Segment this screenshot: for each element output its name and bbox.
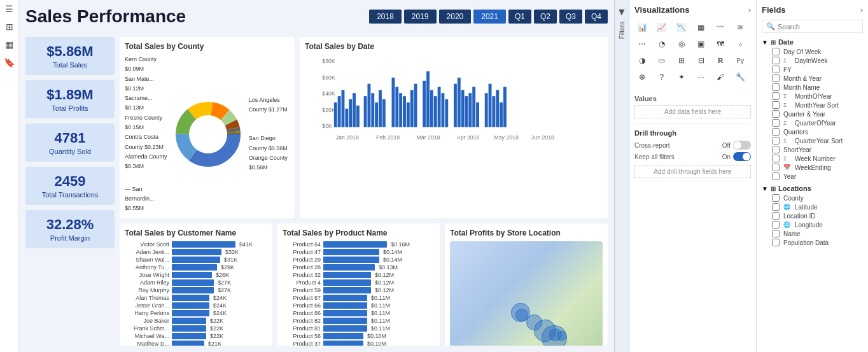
ribbon-icon[interactable]: 〰 [713,20,728,35]
donut-svg[interactable] [170,96,246,172]
weekending-checkbox[interactable] [772,164,780,171]
customer-value-label: $27K [218,287,231,293]
svg-text:Jun 2018: Jun 2018 [531,134,554,141]
menu-icon[interactable]: ☰ [3,3,16,15]
product-value-label: $0.11M [371,295,390,301]
year-2020-button[interactable]: 2020 [439,10,472,24]
stacked-bar-icon[interactable]: ▦ [694,20,709,35]
product-bar-fill [323,333,363,339]
fields-panel-arrow[interactable]: › [860,6,863,15]
fields-search-box[interactable]: 🔍 [762,20,863,33]
product-value-label: $0.12M [375,287,394,293]
q4-button[interactable]: Q4 [585,10,608,24]
search-input[interactable] [778,23,858,31]
year-2018-button[interactable]: 2018 [369,10,402,24]
card-icon[interactable]: ▭ [654,53,669,68]
longitude-checkbox[interactable] [772,221,780,229]
svg-text:$0K: $0K [322,123,332,129]
month-name-checkbox[interactable] [772,83,780,91]
field-quarter-year: Quarter & Year [762,109,863,118]
county-checkbox[interactable] [772,194,780,202]
list-item: Jose Wright $26K [125,272,267,278]
year-checkbox[interactable] [772,172,780,180]
matrix-icon[interactable]: ⊟ [694,53,709,68]
population-data-checkbox[interactable] [772,239,780,246]
donut-chart-panel: Total Sales by County Kern County $0.09M… [120,37,295,218]
build-icon[interactable]: 🔧 [732,69,748,85]
locations-group-header[interactable]: ▼ ⊞ Locations [762,185,863,192]
cross-report-toggle[interactable]: Off [722,141,751,150]
waterfall-icon[interactable]: ≋ [732,20,748,35]
name-checkbox[interactable] [772,230,780,237]
product-value-label: $0.10M [367,341,386,346]
viz-panel-title: Visualizations [634,5,689,15]
gauge-icon[interactable]: ◑ [634,53,650,68]
grid-icon[interactable]: ⊞ [3,20,16,33]
year-2021-button[interactable]: 2021 [473,10,506,24]
funnel-icon[interactable]: ⬦ [732,36,748,52]
shortyear-checkbox[interactable] [772,146,780,153]
bar-chart-icon[interactable]: 📊 [634,20,650,35]
table-icon[interactable]: ⊞ [674,53,689,68]
filter-icon[interactable]: ▼ [617,6,627,18]
q2-button[interactable]: Q2 [534,10,557,24]
latitude-checkbox[interactable] [772,203,780,211]
q3-button[interactable]: Q3 [559,10,582,24]
qa-icon[interactable]: ? [654,69,669,85]
date-chart-svg[interactable]: $80K $60K $40K $20K $0K [305,55,603,144]
pages-icon[interactable]: ▦ [3,38,16,51]
more-icon[interactable]: ··· [694,69,709,85]
day-of-week-checkbox[interactable] [772,48,780,55]
product-bar-fill [323,310,367,316]
bookmark-icon[interactable]: 🔖 [3,56,16,69]
cross-report-track[interactable] [733,141,751,150]
keep-filters-toggle[interactable]: On [722,152,751,161]
product-value-label: $0.11M [371,302,390,309]
monthyear-sort-checkbox[interactable] [772,101,780,109]
field-dayinweek: Σ DayInWeek [762,56,863,65]
date-chart-panel: Total Sales by Date $80K $60K $40K $20K … [300,37,608,218]
r-icon[interactable]: R [713,53,728,68]
location-id-checkbox[interactable] [772,212,780,220]
list-item: Roy Murphy $27K [125,287,267,293]
treemap-icon[interactable]: ▣ [694,36,709,52]
svg-rect-22 [356,106,360,127]
keep-filters-track[interactable] [733,152,751,161]
add-data-fields[interactable]: Add data fields here [634,105,751,118]
quarter-year-checkbox[interactable] [772,110,780,118]
quarters-checkbox[interactable] [772,128,780,136]
map-visualization[interactable]: Bing © 2020 HERE, © 2020 Microsoft Corpo… [450,241,603,346]
quarterofyear-checkbox[interactable] [772,119,780,127]
quarter-year-name: Quarter & Year [783,111,825,118]
fy-checkbox[interactable] [772,66,780,73]
smart-narrative-icon[interactable]: ✦ [674,69,689,85]
scatter-icon[interactable]: ⋯ [634,36,650,52]
product-bar-fill [323,279,371,286]
month-year-checkbox[interactable] [772,74,780,82]
monthofyear-checkbox[interactable] [772,92,780,100]
decomp-icon[interactable]: ⊕ [634,69,650,85]
product-value-label: $0.13M [379,264,398,271]
quarteryear-sort-checkbox[interactable] [772,137,780,144]
area-chart-icon[interactable]: 📉 [674,20,689,35]
line-chart-icon[interactable]: 📈 [654,20,669,35]
list-item: Product 29 $0.14M [283,257,435,263]
customer-name-label: Matthew D... [125,341,169,346]
viz-panel-arrow[interactable]: › [748,6,751,15]
svg-rect-45 [461,90,465,127]
add-drill-fields[interactable]: Add drill-through fields here [634,165,751,178]
date-group-header[interactable]: ▼ ⊞ Date [762,38,863,46]
week-number-checkbox[interactable] [772,155,780,162]
q1-button[interactable]: Q1 [508,10,531,24]
svg-rect-32 [403,96,406,127]
customer-bar-fill [172,264,217,271]
pie-chart-icon[interactable]: ◔ [654,36,669,52]
map-icon[interactable]: 🗺 [713,36,728,52]
paint-icon[interactable]: 🖌 [713,69,728,85]
year-2019-button[interactable]: 2019 [404,10,437,24]
dayinweek-checkbox[interactable] [772,57,780,64]
py-icon[interactable]: Py [732,53,748,68]
product-bar-fill [323,325,367,332]
donut-chart-icon[interactable]: ◎ [674,36,689,52]
product-name-label: Product 66 [283,302,321,309]
